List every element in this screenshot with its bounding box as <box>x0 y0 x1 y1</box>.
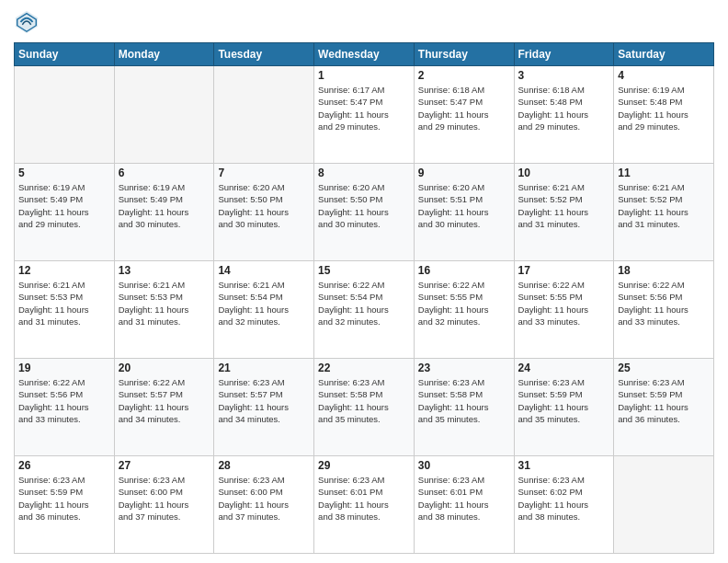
day-info: Sunrise: 6:21 AM Sunset: 5:52 PM Dayligh… <box>518 181 610 230</box>
day-number: 25 <box>618 362 710 374</box>
calendar-cell: 22Sunrise: 6:23 AM Sunset: 5:58 PM Dayli… <box>314 359 415 456</box>
day-number: 21 <box>218 362 310 374</box>
day-of-week-header: Monday <box>114 43 214 66</box>
day-of-week-header: Tuesday <box>214 43 314 66</box>
day-info: Sunrise: 6:23 AM Sunset: 6:02 PM Dayligh… <box>518 474 610 523</box>
header <box>14 9 714 35</box>
day-info: Sunrise: 6:22 AM Sunset: 5:56 PM Dayligh… <box>618 279 710 327</box>
calendar-cell: 2Sunrise: 6:18 AM Sunset: 5:47 PM Daylig… <box>414 66 514 164</box>
day-number: 11 <box>618 167 710 179</box>
logo-icon <box>14 9 40 35</box>
calendar-week-row: 26Sunrise: 6:23 AM Sunset: 5:59 PM Dayli… <box>15 456 714 554</box>
calendar-cell: 19Sunrise: 6:22 AM Sunset: 5:56 PM Dayli… <box>15 359 115 456</box>
page: SundayMondayTuesdayWednesdayThursdayFrid… <box>0 0 728 563</box>
calendar-header-row: SundayMondayTuesdayWednesdayThursdayFrid… <box>15 43 714 66</box>
day-number: 2 <box>418 69 510 82</box>
calendar-cell: 24Sunrise: 6:23 AM Sunset: 5:59 PM Dayli… <box>514 359 614 456</box>
day-of-week-header: Thursday <box>414 43 514 66</box>
calendar-cell: 16Sunrise: 6:22 AM Sunset: 5:55 PM Dayli… <box>414 261 514 359</box>
logo <box>14 9 43 35</box>
day-info: Sunrise: 6:23 AM Sunset: 6:00 PM Dayligh… <box>218 474 310 523</box>
calendar-cell: 4Sunrise: 6:19 AM Sunset: 5:48 PM Daylig… <box>614 66 714 164</box>
day-number: 13 <box>119 264 210 277</box>
day-info: Sunrise: 6:23 AM Sunset: 5:59 PM Dayligh… <box>18 474 110 523</box>
calendar-cell: 23Sunrise: 6:23 AM Sunset: 5:58 PM Dayli… <box>414 359 514 456</box>
day-info: Sunrise: 6:23 AM Sunset: 5:57 PM Dayligh… <box>218 376 310 425</box>
day-info: Sunrise: 6:18 AM Sunset: 5:47 PM Dayligh… <box>418 84 510 132</box>
day-number: 20 <box>119 362 210 374</box>
calendar-cell: 14Sunrise: 6:21 AM Sunset: 5:54 PM Dayli… <box>214 261 314 359</box>
day-info: Sunrise: 6:17 AM Sunset: 5:47 PM Dayligh… <box>318 84 410 132</box>
calendar-week-row: 5Sunrise: 6:19 AM Sunset: 5:49 PM Daylig… <box>15 164 714 261</box>
day-number: 26 <box>18 459 110 472</box>
calendar-cell: 8Sunrise: 6:20 AM Sunset: 5:50 PM Daylig… <box>314 164 415 261</box>
calendar-cell: 9Sunrise: 6:20 AM Sunset: 5:51 PM Daylig… <box>414 164 514 261</box>
calendar-cell: 21Sunrise: 6:23 AM Sunset: 5:57 PM Dayli… <box>214 359 314 456</box>
day-info: Sunrise: 6:19 AM Sunset: 5:49 PM Dayligh… <box>119 181 210 230</box>
calendar-week-row: 1Sunrise: 6:17 AM Sunset: 5:47 PM Daylig… <box>15 66 714 164</box>
calendar-cell: 15Sunrise: 6:22 AM Sunset: 5:54 PM Dayli… <box>314 261 415 359</box>
day-of-week-header: Friday <box>514 43 614 66</box>
day-info: Sunrise: 6:22 AM Sunset: 5:57 PM Dayligh… <box>119 376 210 425</box>
day-info: Sunrise: 6:23 AM Sunset: 6:01 PM Dayligh… <box>418 474 510 523</box>
day-info: Sunrise: 6:23 AM Sunset: 5:59 PM Dayligh… <box>618 376 710 425</box>
calendar-cell: 27Sunrise: 6:23 AM Sunset: 6:00 PM Dayli… <box>114 456 214 554</box>
day-number: 6 <box>119 167 210 179</box>
calendar-cell: 31Sunrise: 6:23 AM Sunset: 6:02 PM Dayli… <box>514 456 614 554</box>
calendar-cell: 10Sunrise: 6:21 AM Sunset: 5:52 PM Dayli… <box>514 164 614 261</box>
day-info: Sunrise: 6:22 AM Sunset: 5:55 PM Dayligh… <box>518 279 610 327</box>
calendar-cell: 17Sunrise: 6:22 AM Sunset: 5:55 PM Dayli… <box>514 261 614 359</box>
calendar-cell: 6Sunrise: 6:19 AM Sunset: 5:49 PM Daylig… <box>114 164 214 261</box>
day-number: 8 <box>318 167 410 179</box>
day-info: Sunrise: 6:21 AM Sunset: 5:53 PM Dayligh… <box>119 279 210 327</box>
day-info: Sunrise: 6:23 AM Sunset: 6:00 PM Dayligh… <box>119 474 210 523</box>
day-number: 19 <box>18 362 110 374</box>
day-number: 10 <box>518 167 610 179</box>
calendar-cell <box>214 66 314 164</box>
day-info: Sunrise: 6:23 AM Sunset: 6:01 PM Dayligh… <box>318 474 410 523</box>
calendar-cell <box>15 66 115 164</box>
day-number: 7 <box>218 167 310 179</box>
day-info: Sunrise: 6:23 AM Sunset: 5:58 PM Dayligh… <box>318 376 410 425</box>
day-number: 27 <box>119 459 210 472</box>
calendar-cell: 30Sunrise: 6:23 AM Sunset: 6:01 PM Dayli… <box>414 456 514 554</box>
calendar-week-row: 12Sunrise: 6:21 AM Sunset: 5:53 PM Dayli… <box>15 261 714 359</box>
day-info: Sunrise: 6:21 AM Sunset: 5:53 PM Dayligh… <box>18 279 110 327</box>
day-info: Sunrise: 6:23 AM Sunset: 5:58 PM Dayligh… <box>418 376 510 425</box>
day-info: Sunrise: 6:19 AM Sunset: 5:49 PM Dayligh… <box>18 181 110 230</box>
calendar-cell: 28Sunrise: 6:23 AM Sunset: 6:00 PM Dayli… <box>214 456 314 554</box>
day-info: Sunrise: 6:19 AM Sunset: 5:48 PM Dayligh… <box>618 84 710 132</box>
day-number: 12 <box>18 264 110 277</box>
calendar-cell: 1Sunrise: 6:17 AM Sunset: 5:47 PM Daylig… <box>314 66 415 164</box>
calendar-cell: 3Sunrise: 6:18 AM Sunset: 5:48 PM Daylig… <box>514 66 614 164</box>
day-number: 4 <box>618 69 710 82</box>
day-info: Sunrise: 6:20 AM Sunset: 5:50 PM Dayligh… <box>318 181 410 230</box>
calendar-cell: 7Sunrise: 6:20 AM Sunset: 5:50 PM Daylig… <box>214 164 314 261</box>
calendar-cell: 11Sunrise: 6:21 AM Sunset: 5:52 PM Dayli… <box>614 164 714 261</box>
day-info: Sunrise: 6:20 AM Sunset: 5:51 PM Dayligh… <box>418 181 510 230</box>
day-info: Sunrise: 6:21 AM Sunset: 5:52 PM Dayligh… <box>618 181 710 230</box>
day-number: 5 <box>18 167 110 179</box>
day-info: Sunrise: 6:21 AM Sunset: 5:54 PM Dayligh… <box>218 279 310 327</box>
calendar-week-row: 19Sunrise: 6:22 AM Sunset: 5:56 PM Dayli… <box>15 359 714 456</box>
svg-marker-0 <box>16 11 38 33</box>
day-info: Sunrise: 6:23 AM Sunset: 5:59 PM Dayligh… <box>518 376 610 425</box>
day-number: 29 <box>318 459 410 472</box>
day-number: 1 <box>318 69 410 82</box>
day-number: 31 <box>518 459 610 472</box>
day-info: Sunrise: 6:18 AM Sunset: 5:48 PM Dayligh… <box>518 84 610 132</box>
calendar-cell: 20Sunrise: 6:22 AM Sunset: 5:57 PM Dayli… <box>114 359 214 456</box>
day-number: 24 <box>518 362 610 374</box>
day-of-week-header: Saturday <box>614 43 714 66</box>
day-number: 18 <box>618 264 710 277</box>
day-number: 28 <box>218 459 310 472</box>
calendar-table: SundayMondayTuesdayWednesdayThursdayFrid… <box>14 42 714 554</box>
calendar-cell <box>114 66 214 164</box>
day-number: 30 <box>418 459 510 472</box>
calendar-cell <box>614 456 714 554</box>
calendar-cell: 25Sunrise: 6:23 AM Sunset: 5:59 PM Dayli… <box>614 359 714 456</box>
calendar-cell: 12Sunrise: 6:21 AM Sunset: 5:53 PM Dayli… <box>15 261 115 359</box>
day-info: Sunrise: 6:22 AM Sunset: 5:56 PM Dayligh… <box>18 376 110 425</box>
day-info: Sunrise: 6:22 AM Sunset: 5:54 PM Dayligh… <box>318 279 410 327</box>
day-number: 14 <box>218 264 310 277</box>
